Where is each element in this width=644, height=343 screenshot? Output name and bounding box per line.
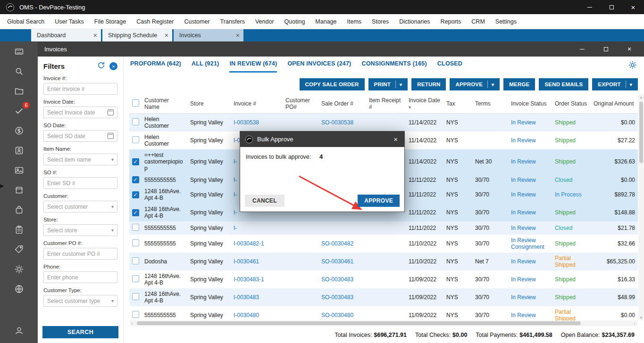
tab-dashboard[interactable]: Dashboard× [31, 29, 101, 41]
invoice-tab-consignments-165[interactable]: CONSIGNMENTS (165) [361, 60, 427, 73]
dialog-cancel-button[interactable]: CANCEL [245, 195, 284, 207]
menu-item-reports[interactable]: Reports [435, 18, 467, 25]
sidebar-item-web[interactable] [0, 279, 38, 299]
filter-input-so-date[interactable]: Select SO date [43, 130, 117, 142]
sidebar-item-payments[interactable] [0, 121, 38, 140]
table-row[interactable]: 1248 16thAve. Apt 4-BSpring ValleyI-0030… [129, 288, 638, 306]
invoice-tab-proforma-642[interactable]: PROFORMA (642) [130, 60, 181, 73]
chevron-down-icon[interactable]: ▾ [111, 298, 114, 303]
invoice-link[interactable]: I- [234, 191, 237, 198]
chevron-down-icon[interactable]: ▾ [111, 204, 114, 209]
table-row[interactable]: 1248 16thAve. Apt 4-BSpring ValleyI-0030… [129, 270, 638, 288]
sale-order-link[interactable]: SO-0030461 [321, 258, 353, 265]
sale-order-link[interactable]: SO-0030483 [321, 276, 353, 283]
invoice-tab-all-921[interactable]: ALL (921) [192, 60, 219, 73]
row-checkbox[interactable] [132, 275, 139, 282]
row-checkbox[interactable]: ✓ [132, 158, 139, 165]
dropdown-caret-icon[interactable]: ▾ [492, 82, 494, 87]
window-restore-button[interactable] [594, 41, 618, 57]
select-all-checkbox[interactable] [132, 99, 139, 106]
chevron-down-icon[interactable]: ▾ [111, 228, 114, 233]
refresh-icon[interactable] [97, 61, 105, 71]
table-row[interactable]: 5555555555Spring ValleyI-0030480SO-00304… [129, 306, 638, 321]
column-header-item-receipt[interactable]: Item Receipt # [366, 94, 406, 114]
menu-item-customer[interactable]: Customer [179, 18, 215, 25]
menu-item-vendor[interactable]: Vendor [250, 18, 279, 25]
filter-input-customer-po[interactable]: Enter customer PO # [43, 248, 117, 260]
sidebar-item-media[interactable] [0, 160, 38, 180]
filter-input-store[interactable]: Select store▾ [43, 224, 117, 236]
tab-close-icon[interactable]: × [160, 32, 168, 39]
menu-item-transfers[interactable]: Transfers [215, 18, 250, 25]
column-header-original-amount[interactable]: Original Amount [591, 94, 638, 114]
dropdown-caret-icon[interactable]: ▾ [630, 82, 632, 87]
row-checkbox[interactable] [132, 136, 139, 143]
row-checkbox[interactable]: ✓ [132, 191, 139, 198]
tab-close-icon[interactable]: × [231, 32, 240, 39]
column-header-customer-po[interactable]: Customer PO# [283, 94, 318, 114]
invoice-link[interactable]: I-0030482-1 [234, 240, 264, 247]
menu-item-quoting[interactable]: Quoting [279, 18, 310, 25]
column-header-tax[interactable]: Tax [443, 94, 472, 114]
menu-item-cash-register[interactable]: Cash Register [131, 18, 179, 25]
return-button[interactable]: RETURN [411, 78, 446, 90]
clear-filters-icon[interactable]: × [109, 62, 117, 70]
column-header-terms[interactable]: Terms [472, 94, 508, 114]
scroll-right-icon[interactable]: › [632, 320, 637, 326]
sidebar-item-orders[interactable] [0, 200, 38, 220]
menu-item-items[interactable]: Items [342, 18, 367, 25]
sidebar-item-store[interactable] [0, 180, 38, 200]
vertical-scrollbar[interactable]: ▲ ▼ [638, 94, 644, 320]
sidebar-item-clipboard[interactable] [0, 220, 38, 239]
invoice-link[interactable]: I- [234, 209, 237, 216]
tab-close-icon[interactable]: × [89, 32, 97, 39]
menu-item-file-storage[interactable]: File Storage [89, 18, 131, 25]
sidebar-item-dashboard[interactable] [0, 41, 38, 61]
menu-item-stores[interactable]: Stores [367, 18, 394, 25]
minimize-button[interactable] [579, 0, 601, 14]
approve-button[interactable]: APPROVE▾ [450, 78, 500, 90]
invoice-tab-open-invoices-247[interactable]: OPEN INVOICES (247) [287, 60, 351, 73]
window-minimize-button[interactable] [570, 41, 594, 57]
calendar-icon[interactable] [108, 109, 114, 115]
row-checkbox[interactable] [132, 293, 139, 300]
row-checkbox[interactable]: ✓ [132, 176, 139, 183]
sidebar-item-files[interactable] [0, 81, 38, 101]
table-row[interactable]: Helen CustomerSpring ValleyI-0030538SO-0… [129, 114, 638, 132]
row-checkbox[interactable] [132, 239, 139, 246]
filter-input-invoice-date[interactable]: Select Invoice date [43, 106, 117, 118]
filter-input-customer-type[interactable]: Select customer type▾ [43, 295, 117, 307]
dropdown-caret-icon[interactable]: ▾ [400, 82, 402, 87]
filter-input-invoice[interactable]: Enter invoice # [43, 83, 117, 95]
dialog-approve-button[interactable]: APPROVE [358, 195, 400, 207]
window-close-button[interactable]: × [618, 41, 641, 57]
sale-order-link[interactable]: SO-0030538 [321, 119, 353, 126]
invoice-link[interactable]: I-0030461 [234, 258, 259, 265]
invoice-link[interactable]: I-0030483-1 [234, 276, 264, 283]
horizontal-scroll-thumb[interactable] [137, 321, 581, 325]
filter-input-so[interactable]: Enter SO # [43, 177, 117, 189]
column-header-invoice-status[interactable]: Invoice Status [508, 94, 552, 114]
sale-order-link[interactable]: SO-0030482 [321, 240, 353, 247]
row-checkbox[interactable] [132, 257, 139, 264]
grid-settings-gear-icon[interactable] [628, 60, 637, 72]
send-emails-button[interactable]: SEND EMAILS [539, 78, 588, 90]
tab-invoices[interactable]: Invoices× [174, 29, 243, 41]
invoice-link[interactable]: I- [234, 158, 237, 165]
horizontal-scrollbar[interactable]: ‹ › [129, 320, 637, 326]
sidebar-item-settings[interactable] [0, 259, 38, 279]
menu-item-dictionaries[interactable]: Dictionaries [394, 18, 435, 25]
column-header-store[interactable]: Store [187, 94, 231, 114]
copy-sale-order-button[interactable]: COPY SALE ORDER [300, 78, 365, 90]
row-checkbox[interactable] [132, 118, 139, 125]
sidebar-item-search[interactable] [0, 61, 38, 81]
column-header-invoice-date[interactable]: Invoice Date ▾ [406, 94, 443, 114]
print-button[interactable]: PRINT▾ [368, 78, 408, 90]
dialog-close-icon[interactable]: × [392, 135, 400, 143]
invoice-link[interactable]: I-0030480 [234, 312, 259, 318]
row-checkbox[interactable] [132, 224, 139, 231]
table-row[interactable]: 5555555555Spring ValleyI-0030482-1SO-003… [129, 235, 638, 253]
table-row[interactable]: DodoshaSpring ValleyI-0030461SO-00304611… [129, 253, 638, 270]
sale-order-link[interactable]: SO-0030480 [321, 312, 353, 318]
menu-item-crm[interactable]: CRM [466, 18, 490, 25]
